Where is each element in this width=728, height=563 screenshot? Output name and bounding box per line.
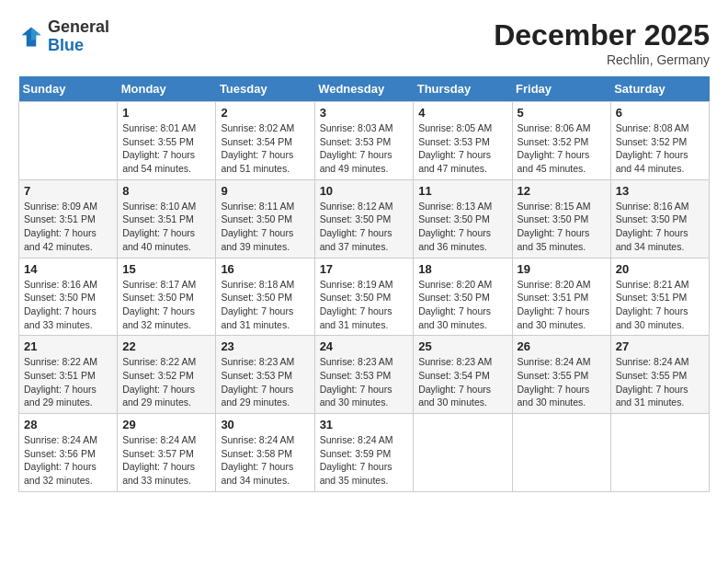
calendar-cell: 16Sunrise: 8:18 AM Sunset: 3:50 PM Dayli… — [216, 258, 314, 336]
calendar-cell: 6Sunrise: 8:08 AM Sunset: 3:52 PM Daylig… — [610, 102, 709, 180]
day-number: 26 — [518, 339, 606, 353]
calendar-cell — [512, 414, 610, 492]
day-number: 7 — [24, 184, 112, 198]
calendar-cell: 28Sunrise: 8:24 AM Sunset: 3:56 PM Dayli… — [19, 414, 118, 492]
day-info: Sunrise: 8:02 AM Sunset: 3:54 PM Dayligh… — [221, 121, 309, 176]
day-info: Sunrise: 8:03 AM Sunset: 3:53 PM Dayligh… — [320, 121, 409, 176]
calendar-cell: 27Sunrise: 8:24 AM Sunset: 3:55 PM Dayli… — [610, 336, 709, 414]
calendar-cell: 20Sunrise: 8:21 AM Sunset: 3:51 PM Dayli… — [610, 258, 709, 336]
day-info: Sunrise: 8:23 AM Sunset: 3:54 PM Dayligh… — [418, 355, 506, 409]
day-info: Sunrise: 8:24 AM Sunset: 3:55 PM Dayligh… — [518, 355, 606, 409]
day-number: 6 — [616, 106, 704, 120]
title-block: December 2025 Rechlin, Germany — [494, 18, 710, 67]
calendar-week-row: 14Sunrise: 8:16 AM Sunset: 3:50 PM Dayli… — [19, 258, 710, 336]
day-number: 12 — [518, 184, 606, 198]
calendar-table: SundayMondayTuesdayWednesdayThursdayFrid… — [18, 76, 710, 492]
weekday-header-tuesday: Tuesday — [216, 76, 314, 102]
calendar-cell: 10Sunrise: 8:12 AM Sunset: 3:50 PM Dayli… — [314, 179, 414, 258]
day-number: 24 — [320, 339, 409, 353]
day-number: 8 — [122, 184, 210, 198]
weekday-header-row: SundayMondayTuesdayWednesdayThursdayFrid… — [19, 76, 710, 102]
calendar-cell: 23Sunrise: 8:23 AM Sunset: 3:53 PM Dayli… — [216, 336, 314, 414]
day-info: Sunrise: 8:17 AM Sunset: 3:50 PM Dayligh… — [122, 278, 210, 332]
day-number: 30 — [221, 418, 309, 431]
calendar-cell: 29Sunrise: 8:24 AM Sunset: 3:57 PM Dayli… — [118, 414, 216, 492]
day-info: Sunrise: 8:24 AM Sunset: 3:55 PM Dayligh… — [616, 355, 704, 409]
day-number: 29 — [122, 418, 210, 431]
day-number: 4 — [418, 106, 506, 120]
day-info: Sunrise: 8:05 AM Sunset: 3:53 PM Dayligh… — [418, 121, 506, 176]
day-number: 27 — [616, 339, 704, 353]
day-info: Sunrise: 8:01 AM Sunset: 3:55 PM Dayligh… — [122, 121, 210, 176]
day-info: Sunrise: 8:15 AM Sunset: 3:50 PM Dayligh… — [518, 200, 606, 254]
day-info: Sunrise: 8:24 AM Sunset: 3:58 PM Dayligh… — [221, 433, 309, 488]
weekday-header-saturday: Saturday — [610, 76, 709, 102]
day-number: 3 — [320, 106, 409, 120]
day-number: 2 — [221, 106, 309, 120]
calendar-cell — [610, 414, 709, 492]
day-info: Sunrise: 8:20 AM Sunset: 3:51 PM Dayligh… — [518, 278, 606, 332]
day-number: 5 — [518, 106, 606, 120]
day-number: 1 — [122, 106, 210, 120]
day-number: 17 — [320, 262, 409, 276]
day-info: Sunrise: 8:19 AM Sunset: 3:50 PM Dayligh… — [320, 278, 409, 332]
day-number: 11 — [418, 184, 506, 198]
calendar-cell: 31Sunrise: 8:24 AM Sunset: 3:59 PM Dayli… — [314, 414, 414, 492]
calendar-cell: 17Sunrise: 8:19 AM Sunset: 3:50 PM Dayli… — [314, 258, 414, 336]
logo: General Blue — [18, 18, 109, 55]
day-info: Sunrise: 8:12 AM Sunset: 3:50 PM Dayligh… — [320, 200, 409, 254]
day-number: 21 — [24, 339, 112, 353]
calendar-cell — [414, 414, 512, 492]
weekday-header-sunday: Sunday — [19, 76, 118, 102]
day-info: Sunrise: 8:16 AM Sunset: 3:50 PM Dayligh… — [24, 278, 112, 332]
day-number: 13 — [616, 184, 704, 198]
day-info: Sunrise: 8:24 AM Sunset: 3:57 PM Dayligh… — [122, 433, 210, 488]
calendar-cell: 18Sunrise: 8:20 AM Sunset: 3:50 PM Dayli… — [414, 258, 512, 336]
day-info: Sunrise: 8:20 AM Sunset: 3:50 PM Dayligh… — [418, 278, 506, 332]
calendar-cell: 13Sunrise: 8:16 AM Sunset: 3:50 PM Dayli… — [610, 179, 709, 258]
day-info: Sunrise: 8:22 AM Sunset: 3:52 PM Dayligh… — [122, 355, 210, 409]
day-info: Sunrise: 8:06 AM Sunset: 3:52 PM Dayligh… — [518, 121, 606, 176]
calendar-cell: 2Sunrise: 8:02 AM Sunset: 3:54 PM Daylig… — [216, 102, 314, 180]
day-number: 31 — [320, 418, 409, 431]
calendar-cell: 5Sunrise: 8:06 AM Sunset: 3:52 PM Daylig… — [512, 102, 610, 180]
weekday-header-monday: Monday — [118, 76, 216, 102]
weekday-header-wednesday: Wednesday — [314, 76, 414, 102]
calendar-cell: 25Sunrise: 8:23 AM Sunset: 3:54 PM Dayli… — [414, 336, 512, 414]
day-number: 25 — [418, 339, 506, 353]
day-number: 16 — [221, 262, 309, 276]
calendar-cell: 11Sunrise: 8:13 AM Sunset: 3:50 PM Dayli… — [414, 179, 512, 258]
day-info: Sunrise: 8:21 AM Sunset: 3:51 PM Dayligh… — [616, 278, 704, 332]
logo-blue: Blue — [48, 36, 84, 54]
calendar-week-row: 21Sunrise: 8:22 AM Sunset: 3:51 PM Dayli… — [19, 336, 710, 414]
calendar-cell: 19Sunrise: 8:20 AM Sunset: 3:51 PM Dayli… — [512, 258, 610, 336]
logo-text: General Blue — [48, 18, 109, 55]
svg-marker-1 — [31, 27, 41, 40]
calendar-cell: 4Sunrise: 8:05 AM Sunset: 3:53 PM Daylig… — [414, 102, 512, 180]
day-number: 19 — [518, 262, 606, 276]
calendar-cell: 12Sunrise: 8:15 AM Sunset: 3:50 PM Dayli… — [512, 179, 610, 258]
page-header: General Blue December 2025 Rechlin, Germ… — [18, 18, 710, 67]
day-number: 28 — [24, 418, 112, 431]
calendar-cell: 1Sunrise: 8:01 AM Sunset: 3:55 PM Daylig… — [118, 102, 216, 180]
calendar-week-row: 7Sunrise: 8:09 AM Sunset: 3:51 PM Daylig… — [19, 179, 710, 258]
calendar-cell — [19, 102, 118, 180]
day-info: Sunrise: 8:11 AM Sunset: 3:50 PM Dayligh… — [221, 200, 309, 254]
calendar-cell: 30Sunrise: 8:24 AM Sunset: 3:58 PM Dayli… — [216, 414, 314, 492]
day-info: Sunrise: 8:24 AM Sunset: 3:56 PM Dayligh… — [24, 433, 112, 488]
day-info: Sunrise: 8:16 AM Sunset: 3:50 PM Dayligh… — [616, 200, 704, 254]
day-number: 9 — [221, 184, 309, 198]
logo-icon — [18, 24, 44, 50]
calendar-cell: 24Sunrise: 8:23 AM Sunset: 3:53 PM Dayli… — [314, 336, 414, 414]
month-title: December 2025 — [494, 18, 710, 52]
calendar-cell: 9Sunrise: 8:11 AM Sunset: 3:50 PM Daylig… — [216, 179, 314, 258]
day-info: Sunrise: 8:09 AM Sunset: 3:51 PM Dayligh… — [24, 200, 112, 254]
calendar-cell: 14Sunrise: 8:16 AM Sunset: 3:50 PM Dayli… — [19, 258, 118, 336]
day-info: Sunrise: 8:08 AM Sunset: 3:52 PM Dayligh… — [616, 121, 704, 176]
calendar-week-row: 1Sunrise: 8:01 AM Sunset: 3:55 PM Daylig… — [19, 102, 710, 180]
calendar-cell: 7Sunrise: 8:09 AM Sunset: 3:51 PM Daylig… — [19, 179, 118, 258]
day-number: 22 — [122, 339, 210, 353]
calendar-cell: 3Sunrise: 8:03 AM Sunset: 3:53 PM Daylig… — [314, 102, 414, 180]
calendar-cell: 26Sunrise: 8:24 AM Sunset: 3:55 PM Dayli… — [512, 336, 610, 414]
day-number: 10 — [320, 184, 409, 198]
